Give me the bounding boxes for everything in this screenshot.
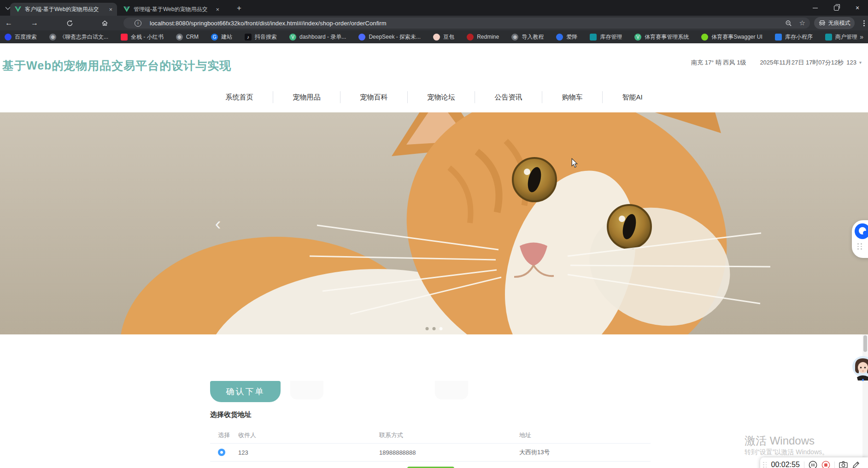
activate-windows-subtext: 转到“设置”以激活 Windows。: [745, 448, 828, 456]
address-row: 123 18988888888 大西街13号: [210, 444, 651, 462]
vue-icon: V: [634, 34, 641, 41]
bookmark-item[interactable]: ⊕ 《聊斋志异白话文...: [49, 33, 108, 41]
carousel-dot-active[interactable]: [440, 327, 443, 330]
bookmark-item[interactable]: V dashboard - 录单...: [289, 33, 346, 41]
reload-icon[interactable]: [63, 16, 76, 30]
bookmarks-overflow-icon[interactable]: »: [860, 30, 863, 43]
assistant-widget[interactable]: [852, 220, 868, 258]
deepseek-whale-icon: [358, 34, 365, 41]
bookmark-item[interactable]: 体育赛事Swagger UI: [701, 33, 762, 41]
globe-icon: ⊕: [49, 34, 56, 41]
bookmark-label: 全栈 - 小红书: [131, 33, 164, 41]
nav-item[interactable]: 宠物论坛: [407, 82, 475, 112]
inactive-tab[interactable]: [435, 381, 468, 399]
bookmark-item[interactable]: ⊕ 导入教程: [511, 33, 544, 41]
phone-value: 18988888888: [379, 449, 519, 456]
nav-item[interactable]: 购物车: [542, 82, 602, 112]
bookmark-item[interactable]: 爱降: [556, 33, 577, 41]
divider: [804, 462, 804, 468]
col-receiver: 收件人: [238, 431, 379, 439]
bookmark-item[interactable]: 库存管理: [590, 33, 622, 41]
bookmark-label: DeepSeek - 探索未...: [369, 33, 421, 41]
col-select: 选择: [218, 431, 238, 439]
incognito-icon: [819, 20, 826, 26]
weather-text: 南充 17° 晴 西风 1级: [691, 58, 746, 67]
back-icon[interactable]: ←: [2, 16, 16, 30]
camera-icon[interactable]: [839, 461, 848, 468]
address-value: 大西街13号: [519, 448, 651, 456]
close-icon[interactable]: ×: [109, 6, 112, 12]
url-text[interactable]: localhost:8080/springboot66fx32ko/front/…: [150, 20, 387, 27]
zoom-out-icon[interactable]: [785, 20, 792, 27]
chevron-down-icon: ▾: [859, 60, 862, 65]
bookmark-label: 建站: [221, 33, 232, 41]
col-phone: 联系方式: [379, 431, 519, 439]
home-icon[interactable]: [98, 16, 111, 30]
close-icon[interactable]: ×: [216, 6, 219, 12]
bookmark-item[interactable]: V 体育赛事管理系统: [634, 33, 689, 41]
carousel-dot[interactable]: [426, 327, 429, 330]
browser-tab-admin[interactable]: 管理端-基于Web的宠物用品交 ×: [119, 3, 224, 16]
window-restore-button[interactable]: [826, 0, 847, 16]
scrollbar[interactable]: [862, 334, 868, 468]
header-info: 南充 17° 晴 西风 1级 2025年11月27日 17时07分12秒 123…: [691, 43, 862, 82]
window-controls: ×: [804, 0, 868, 16]
bookmark-item[interactable]: DeepSeek - 探索未...: [358, 33, 421, 41]
bookmark-item[interactable]: ♪ 抖音搜索: [245, 33, 277, 41]
nav-item[interactable]: 宠物百科: [340, 82, 407, 112]
xiaohongshu-icon: [121, 34, 128, 41]
nav-item[interactable]: 智能AI: [602, 82, 662, 112]
radio-selected[interactable]: [218, 449, 225, 456]
doubao-avatar-icon: [433, 34, 440, 41]
bookmark-item[interactable]: 豆包: [433, 33, 454, 41]
bookmark-label: 百度搜索: [15, 33, 37, 41]
bookmark-item[interactable]: 全栈 - 小红书: [121, 33, 164, 41]
assistant-avatar[interactable]: [851, 356, 868, 381]
nav-item[interactable]: 宠物用品: [273, 82, 340, 112]
grid-icon: [825, 34, 832, 41]
scrollbar-thumb[interactable]: [863, 335, 867, 352]
tab-title: 客户端-基于Web的宠物用品交: [25, 6, 99, 13]
bookmark-label: 体育赛事Swagger UI: [711, 33, 762, 41]
pencil-icon[interactable]: [852, 461, 860, 468]
stop-record-icon[interactable]: [821, 461, 830, 468]
incognito-badge: 无痕模式: [814, 17, 855, 29]
window-minimize-button[interactable]: [804, 0, 826, 16]
carousel-prev-icon[interactable]: ‹: [210, 215, 226, 235]
bookmark-item[interactable]: 百度搜索: [5, 33, 37, 41]
tab-title: 管理端-基于Web的宠物用品交: [134, 6, 207, 13]
incognito-label: 无痕模式: [828, 19, 850, 27]
tiktok-icon: ♪: [245, 34, 252, 41]
bookmark-item[interactable]: Redmine: [467, 34, 499, 41]
drag-handle-icon[interactable]: [763, 462, 767, 468]
nav-item[interactable]: 系统首页: [205, 82, 273, 112]
drag-handle-icon[interactable]: [857, 243, 862, 250]
new-tab-button[interactable]: +: [233, 3, 245, 14]
window-close-button[interactable]: ×: [847, 0, 868, 16]
carousel-dot[interactable]: [433, 327, 436, 330]
bookmark-item[interactable]: 商户管理: [825, 33, 857, 41]
more-menu-icon[interactable]: [861, 18, 867, 28]
bookmark-label: 库存管理: [600, 33, 622, 41]
swagger-icon: [701, 34, 708, 41]
star-icon[interactable]: ☆: [799, 19, 805, 27]
browser-tab-client[interactable]: 客户端-基于Web的宠物用品交 ×: [10, 3, 117, 16]
bookmark-label: 导入教程: [522, 33, 544, 41]
user-menu[interactable]: 2025年11月27日 17时07分12秒 123 ▾: [760, 58, 862, 67]
browser-toolbar: ← → i localhost:8080/springboot66fx32ko/…: [0, 16, 868, 30]
address-bar[interactable]: i localhost:8080/springboot66fx32ko/fron…: [123, 18, 810, 29]
recording-time: 00:02:55: [771, 461, 800, 468]
vue-icon: V: [289, 34, 296, 41]
bookmark-item[interactable]: G 建站: [211, 33, 232, 41]
bookmarks-bar: 百度搜索 ⊕ 《聊斋志异白话文... 全栈 - 小红书 ⊕ CRM G 建站: [0, 30, 868, 43]
inactive-tab[interactable]: [290, 381, 323, 399]
bookmark-item[interactable]: 库存小程序: [775, 33, 813, 41]
screen: 客户端-基于Web的宠物用品交 × 管理端-基于Web的宠物用品交 × + × …: [0, 0, 868, 468]
pause-icon[interactable]: [809, 461, 817, 468]
nav-item[interactable]: 公告资讯: [475, 82, 542, 112]
bookmark-label: Redmine: [477, 34, 499, 40]
bookmark-item[interactable]: ⊕ CRM: [176, 34, 199, 41]
confirm-order-button[interactable]: 确认下单: [210, 381, 281, 402]
info-icon[interactable]: i: [135, 20, 141, 27]
forward-icon[interactable]: →: [28, 16, 41, 30]
